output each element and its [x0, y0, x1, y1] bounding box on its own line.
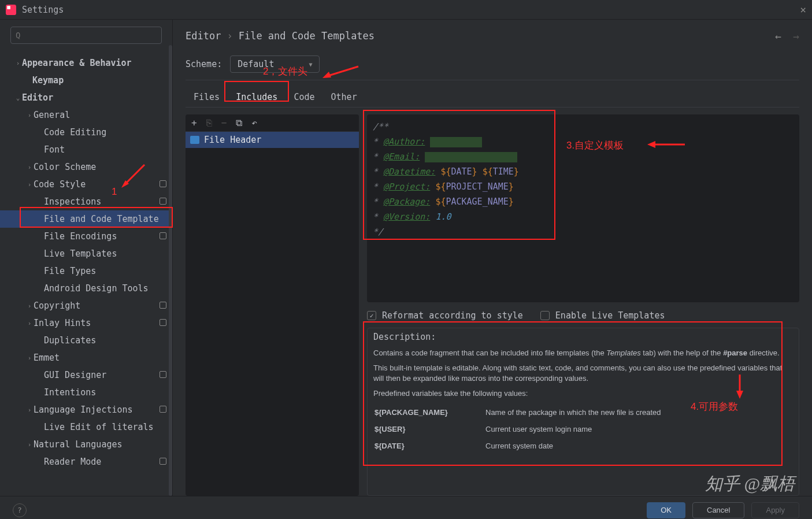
breadcrumb-part[interactable]: Editor — [186, 30, 221, 42]
tree-item[interactable]: ›Color Scheme — [0, 158, 172, 176]
tree-item[interactable]: File Types — [0, 262, 172, 280]
tree-item[interactable]: ›Code Style — [0, 176, 172, 193]
tree-item[interactable]: Duplicates — [0, 332, 172, 349]
desc-text: This built-in template is editable. Alon… — [373, 363, 793, 384]
tree-item[interactable]: ›Appearance & Behavior — [0, 54, 172, 72]
settings-tree-panel: Q ›Appearance & BehaviorKeymap⌄Editor›Ge… — [0, 20, 173, 496]
add-from-icon: ⎘ — [206, 117, 212, 128]
add-icon[interactable]: + — [191, 117, 197, 128]
tab-code[interactable]: Code — [286, 87, 322, 107]
table-row: ${DATE}Current system date — [375, 438, 661, 454]
template-editor[interactable]: /** * @Author: * @Email: * @Datetime: ${… — [367, 114, 799, 302]
tab-files[interactable]: Files — [186, 87, 228, 107]
tree-item[interactable]: ›Inlay Hints — [0, 314, 172, 332]
help-button[interactable]: ? — [13, 503, 27, 517]
list-item[interactable]: File Header — [186, 132, 359, 148]
tree-item[interactable]: Keymap — [0, 72, 172, 89]
scheme-value: Default — [238, 59, 274, 69]
tab-includes[interactable]: Includes — [228, 87, 286, 107]
nav-fwd-icon: → — [793, 30, 799, 42]
tree-item[interactable]: Code Editing — [0, 124, 172, 141]
remove-icon: − — [221, 117, 227, 128]
template-list-panel: + ⎘ − ⧉ ↶ File Header — [186, 114, 359, 496]
tree-item[interactable]: Font — [0, 141, 172, 158]
description-box: Description: Contains a code fragment th… — [367, 328, 799, 496]
tree-item[interactable]: ›Emmet — [0, 349, 172, 366]
tree-item[interactable]: ›Natural Languages — [0, 436, 172, 453]
tree-item[interactable]: File and Code Template — [0, 210, 172, 228]
close-icon[interactable]: × — [800, 3, 806, 16]
tree-item[interactable]: Live Templates — [0, 245, 172, 262]
watermark: 知乎 @飘梧 — [705, 472, 795, 496]
scheme-row: Scheme: Default ▼ — [186, 55, 799, 80]
dialog-footer: ? OK Cancel Apply — [0, 496, 812, 519]
ok-button[interactable]: OK — [647, 502, 685, 518]
tree-item[interactable]: ⌄Editor — [0, 89, 172, 106]
window-title: Settings — [22, 5, 64, 15]
reformat-checkbox[interactable]: ✓ — [367, 311, 376, 320]
undo-icon[interactable]: ↶ — [251, 117, 257, 128]
title-bar: Settings × — [0, 0, 812, 20]
table-row: ${USER}Current user system login name — [375, 421, 661, 437]
nav-back-icon[interactable]: ← — [775, 30, 781, 42]
main-panel: Editor › File and Code Templates ← → Sch… — [173, 20, 812, 496]
scheme-select[interactable]: Default ▼ — [230, 55, 320, 73]
tree-item[interactable]: Intentions — [0, 384, 172, 401]
desc-title: Description: — [373, 332, 793, 342]
livetpl-checkbox[interactable] — [540, 311, 550, 320]
breadcrumb: Editor › File and Code Templates — [186, 30, 799, 42]
cancel-button[interactable]: Cancel — [692, 502, 744, 518]
breadcrumb-part: File and Code Templates — [239, 30, 375, 42]
template-tabs: FilesIncludesCodeOther — [186, 87, 799, 107]
tree-item[interactable]: ›Language Injections — [0, 401, 172, 418]
tab-other[interactable]: Other — [323, 87, 365, 107]
tree-item[interactable]: ›Copyright — [0, 297, 172, 314]
file-icon — [190, 136, 199, 144]
tree-item[interactable]: Reader Mode — [0, 453, 172, 470]
search-input[interactable]: Q — [10, 27, 162, 44]
list-toolbar: + ⎘ − ⧉ ↶ — [186, 114, 359, 132]
reformat-label: Reformat according to style — [382, 310, 523, 321]
svg-rect-1 — [7, 6, 10, 9]
livetpl-label: Enable Live Templates — [555, 310, 665, 321]
template-list[interactable]: File Header — [186, 132, 359, 496]
tree-item[interactable]: Inspections — [0, 193, 172, 210]
tree-item[interactable]: GUI Designer — [0, 366, 172, 384]
vars-table: ${PACKAGE_NAME}Name of the package in wh… — [373, 403, 662, 455]
sidebar-scrollbar[interactable] — [169, 45, 172, 496]
copy-icon[interactable]: ⧉ — [236, 117, 242, 128]
scheme-label: Scheme: — [186, 59, 222, 69]
options-row: ✓ Reformat according to style Enable Liv… — [367, 310, 799, 321]
search-icon: Q — [16, 31, 20, 40]
app-logo-icon — [6, 5, 16, 15]
tree-item[interactable]: Live Edit of literals — [0, 418, 172, 436]
chevron-down-icon: ▼ — [309, 61, 312, 68]
tree-item[interactable]: ›General — [0, 106, 172, 124]
desc-text: Predefined variables take the following … — [373, 388, 793, 399]
settings-tree[interactable]: ›Appearance & BehaviorKeymap⌄Editor›Gene… — [0, 51, 172, 496]
table-row: ${PACKAGE_NAME}Name of the package in wh… — [375, 405, 661, 420]
desc-text: Contains a code fragment that can be inc… — [373, 348, 793, 358]
tree-item[interactable]: File Encodings — [0, 228, 172, 245]
apply-button[interactable]: Apply — [751, 502, 799, 518]
tree-item[interactable]: Android Design Tools — [0, 280, 172, 297]
breadcrumb-sep: › — [227, 30, 232, 42]
